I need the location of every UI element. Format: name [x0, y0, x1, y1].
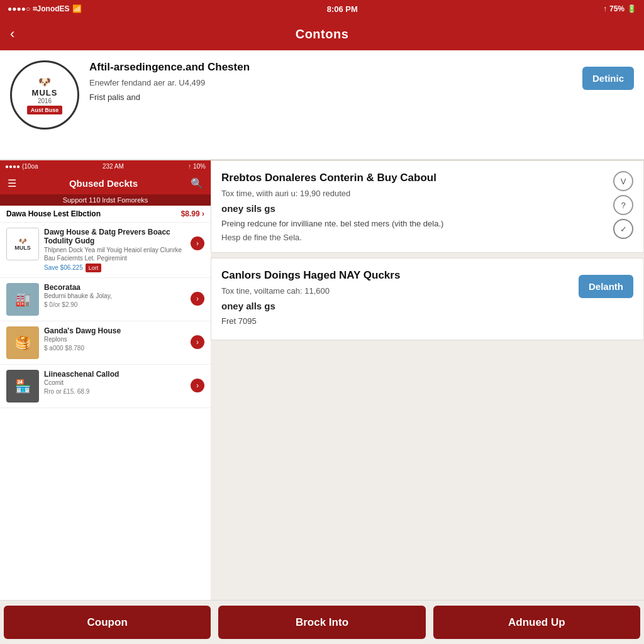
item-name-1: Dawg House & Datg Prevers Boacc Todulity…	[44, 228, 186, 246]
adnued-up-button[interactable]: Adnued Up	[433, 606, 640, 639]
item-img-building: 🏭	[6, 283, 39, 316]
item-desc-3: Replons	[44, 335, 186, 343]
item-img-store: 🏪	[6, 370, 39, 402]
phone-header-title: Qbused Deckts	[69, 178, 138, 189]
icon-v[interactable]: V	[613, 171, 633, 191]
card-1-footer: Hesp de fine the Sela.	[221, 233, 603, 242]
delanth-button[interactable]: Delanth	[579, 275, 633, 298]
item-price-3: $ a000 $8.780	[44, 345, 186, 352]
card-1-subtitle: Tox time, wiith auri u: 19,90 reduted	[221, 189, 603, 198]
phone-promo-bar: Dawa House Lest Elbction $8.99 ›	[0, 206, 211, 223]
promo-price: $8.99 ›	[181, 209, 204, 218]
item-name-3: Ganda's Dawg House	[44, 326, 186, 335]
content-card-2: Canlors Doings Haged NAY Quckrs Tox tine…	[211, 258, 644, 341]
list-item: 🥞 Ganda's Dawg House Replons $ a000 $8.7…	[0, 321, 211, 365]
list-item: 🐶 MULS Dawg House & Datg Prevers Boacc T…	[0, 223, 211, 278]
logo-banner-text: Aust Buse	[27, 106, 63, 114]
split-area: ●●●● (10oa 232 AM ↑ 10% ☰ Qbused Deckts …	[0, 160, 644, 600]
search-icon[interactable]: 🔍	[191, 177, 203, 189]
top-card-subtitle: Enewfer fendand aer ar. U4,499	[89, 78, 572, 87]
item-arrow-4[interactable]: ›	[191, 379, 204, 392]
phone-time: 232 AM	[103, 163, 124, 170]
phone-status-bar: ●●●● (10oa 232 AM ↑ 10%	[0, 160, 211, 172]
card-1-icons: V ? ✓	[613, 171, 633, 239]
list-item: 🏪 Liineaschenal Callod Ccomit Rro or £15…	[0, 365, 211, 408]
item-content-2: Becorataa Bedurni bhauke & Jolay, $ 0/or…	[44, 283, 186, 308]
card-2-title: Canlors Doings Haged NAY Quckrs	[221, 269, 574, 282]
item-name-4: Liineaschenal Callod	[44, 370, 186, 379]
card-1-body: Preing redcune for invilliane nte. bel s…	[221, 218, 603, 230]
battery-text: 75%	[609, 4, 625, 13]
icon-check[interactable]: ✓	[613, 219, 633, 239]
brand-logo: 🐶 MULS 2016 Aust Buse	[10, 60, 79, 130]
header: ‹ Contons	[0, 18, 644, 50]
location-icon: ↑	[603, 4, 607, 13]
top-card-title: Aftil-arsedingence.and Chesten	[89, 60, 572, 74]
logo-dog-icon: 🐶	[38, 76, 51, 88]
item-save-row-1: Save $06.225 Lort	[44, 264, 186, 272]
carrier-text: ●●●●○ ⌗JonodES	[8, 4, 70, 13]
item-content-1: Dawg House & Datg Prevers Boacc Todulity…	[44, 228, 186, 272]
top-card: 🐶 MULS 2016 Aust Buse Aftil-arsedingence…	[0, 50, 644, 160]
battery-icon: 🔋	[627, 4, 636, 13]
item-arrow-1[interactable]: ›	[191, 236, 204, 250]
status-right: ↑ 75% 🔋	[603, 4, 636, 13]
card-2-highlight: oney alls gs	[221, 301, 574, 311]
card-1-highlight: oney sils gs	[221, 203, 603, 214]
item-desc-4: Ccomit	[44, 379, 186, 387]
phone-carrier: ●●●● (10oa	[5, 163, 38, 170]
item-content-4: Liineaschenal Callod Ccomit Rro or £15. …	[44, 370, 186, 395]
item-logo-muls: 🐶 MULS	[6, 228, 39, 260]
status-time: 8:06 PM	[327, 4, 358, 14]
promo-label: Dawa House Lest Elbction	[6, 209, 101, 218]
top-card-info: Aftil-arsedingence.and Chesten Enewfer f…	[89, 60, 572, 102]
item-price-4: Rro or £15. 68.9	[44, 388, 186, 395]
phone-sub-bar: Support 110 lrdst Fomoreks	[0, 194, 211, 206]
coupon-button[interactable]: Coupon	[4, 606, 211, 639]
wifi-icon: 📶	[72, 4, 82, 13]
bottom-bar: Coupon Brock Into Adnued Up	[0, 600, 644, 644]
item-save-1: Save $06.225	[44, 264, 83, 271]
item-arrow-2[interactable]: ›	[191, 292, 204, 306]
brock-into-button[interactable]: Brock Into	[218, 606, 425, 639]
item-name-2: Becorataa	[44, 283, 186, 292]
header-title: Contons	[296, 27, 349, 42]
item-img-food: 🥞	[6, 326, 39, 359]
detinic-button[interactable]: Detinic	[582, 67, 634, 90]
back-button[interactable]: ‹	[10, 26, 14, 42]
list-item: 🏭 Becorataa Bedurni bhauke & Jolay, $ 0/…	[0, 278, 211, 321]
page-wrapper: ●●●●○ ⌗JonodES 📶 8:06 PM ↑ 75% 🔋 ‹ Conto…	[0, 0, 644, 644]
card-2-body: Fret 7095	[221, 315, 574, 328]
top-card-extra: Frist palis and	[89, 92, 572, 102]
item-content-3: Ganda's Dawg House Replons $ a000 $8.780	[44, 326, 186, 352]
item-arrow-3[interactable]: ›	[191, 335, 204, 349]
item-badge-1: Lort	[86, 264, 102, 272]
icon-question[interactable]: ?	[613, 195, 633, 215]
card-2-subtitle: Tox tine, voiltame cah: 11,600	[221, 286, 574, 296]
logo-brand-text: MULS	[32, 88, 58, 97]
item-desc-2: Bedurni bhauke & Jolay,	[44, 292, 186, 300]
content-card-1: Rrebtos Donaleres Conterin & Buy Caboul …	[211, 160, 644, 253]
status-bar: ●●●●○ ⌗JonodES 📶 8:06 PM ↑ 75% 🔋	[0, 0, 644, 18]
logo-year-text: 2016	[38, 97, 52, 104]
status-left: ●●●●○ ⌗JonodES 📶	[8, 4, 82, 13]
item-desc-1: Thlpnen Dock Yea mil Youig Heaiol enlay …	[44, 246, 186, 262]
card-1-row: Rrebtos Donaleres Conterin & Buy Caboul …	[221, 171, 633, 242]
right-panel: Rrebtos Donaleres Conterin & Buy Caboul …	[211, 160, 644, 600]
phone-header: ☰ Qbused Deckts 🔍	[0, 172, 211, 194]
hamburger-icon[interactable]: ☰	[8, 177, 16, 189]
left-panel: ●●●● (10oa 232 AM ↑ 10% ☰ Qbused Deckts …	[0, 160, 211, 600]
phone-battery: ↑ 10%	[188, 163, 206, 170]
item-price-2: $ 0/or $2.90	[44, 301, 186, 308]
card-1-title: Rrebtos Donaleres Conterin & Buy Caboul	[221, 171, 603, 185]
card-2-row: Canlors Doings Haged NAY Quckrs Tox tine…	[221, 269, 633, 330]
